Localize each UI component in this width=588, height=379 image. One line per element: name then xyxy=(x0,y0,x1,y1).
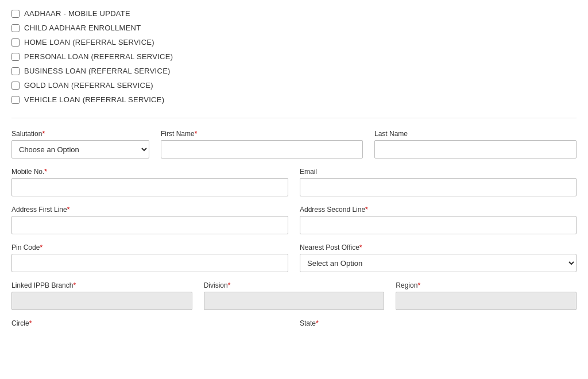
checkbox-section: AADHAAR - MOBILE UPDATECHILD AADHAAR ENR… xyxy=(11,9,577,104)
checkbox-item-gold_loan: GOLD LOAN (REFERRAL SERVICE) xyxy=(11,81,577,90)
checkbox-label-business_loan: BUSINESS LOAN (REFERRAL SERVICE) xyxy=(24,67,171,75)
checkbox-personal_loan[interactable] xyxy=(11,53,20,61)
linked-ippb-required: * xyxy=(73,281,76,289)
form-row-1: Salutation* Choose an Option Mr. Mrs. Ms… xyxy=(11,130,577,158)
checkbox-business_loan[interactable] xyxy=(11,67,20,75)
salutation-label: Salutation* xyxy=(11,130,149,138)
state-group: State* xyxy=(300,319,577,330)
nearest-post-office-select[interactable]: Select an Option xyxy=(300,254,577,272)
address-first-line-input[interactable] xyxy=(11,216,288,234)
checkbox-item-home_loan: HOME LOAN (REFERRAL SERVICE) xyxy=(11,38,577,47)
circle-group: Circle* xyxy=(11,319,288,330)
division-group: Division* xyxy=(204,281,385,310)
nearest-post-office-group: Nearest Post Office* Select an Option xyxy=(300,243,577,272)
checkbox-item-business_loan: BUSINESS LOAN (REFERRAL SERVICE) xyxy=(11,67,577,75)
linked-ippb-branch-label: Linked IPPB Branch* xyxy=(11,281,192,289)
region-required: * xyxy=(417,281,420,289)
nearest-post-office-label: Nearest Post Office* xyxy=(300,243,577,252)
email-group: Email xyxy=(300,168,577,196)
form-row-4: Pin Code* Nearest Post Office* Select an… xyxy=(11,243,577,272)
checkbox-label-vehicle_loan: VEHICLE LOAN (REFERRAL SERVICE) xyxy=(24,95,164,104)
division-required: * xyxy=(228,281,231,289)
salutation-select[interactable]: Choose an Option Mr. Mrs. Ms. Dr. Prof. xyxy=(11,140,149,158)
region-group: Region* xyxy=(396,281,577,310)
pin-code-label: Pin Code* xyxy=(11,243,288,252)
mobile-required: * xyxy=(44,168,47,176)
mobile-no-group: Mobile No.* xyxy=(11,168,288,196)
checkbox-item-aadhaar_mobile: AADHAAR - MOBILE UPDATE xyxy=(11,9,577,18)
first-name-label: First Name* xyxy=(161,130,363,138)
form-section: Salutation* Choose an Option Mr. Mrs. Ms… xyxy=(11,118,577,330)
address-first-line-group: Address First Line* xyxy=(11,206,288,234)
address-second-line-input[interactable] xyxy=(300,216,577,234)
address-second-required: * xyxy=(365,206,368,214)
checkbox-item-child_aadhaar: CHILD AADHAAR ENROLLMENT xyxy=(11,24,577,32)
mobile-no-label: Mobile No.* xyxy=(11,168,288,176)
nearest-post-office-required: * xyxy=(359,243,362,252)
division-label: Division* xyxy=(204,281,385,289)
form-row-6: Circle* State* xyxy=(11,319,577,330)
pin-code-input[interactable] xyxy=(11,254,288,272)
address-first-line-label: Address First Line* xyxy=(11,206,288,214)
checkbox-label-home_loan: HOME LOAN (REFERRAL SERVICE) xyxy=(24,38,154,47)
address-second-line-group: Address Second Line* xyxy=(300,206,577,234)
form-row-2: Mobile No.* Email xyxy=(11,168,577,196)
pin-code-required: * xyxy=(40,243,42,252)
salutation-required: * xyxy=(42,130,45,138)
last-name-label: Last Name xyxy=(374,130,577,138)
checkbox-aadhaar_mobile[interactable] xyxy=(11,10,20,18)
circle-label: Circle* xyxy=(11,319,288,327)
last-name-input[interactable] xyxy=(374,140,577,158)
circle-required: * xyxy=(29,319,32,327)
salutation-group: Salutation* Choose an Option Mr. Mrs. Ms… xyxy=(11,130,149,158)
checkbox-item-personal_loan: PERSONAL LOAN (REFERRAL SERVICE) xyxy=(11,52,577,61)
email-input[interactable] xyxy=(300,178,577,196)
last-name-group: Last Name xyxy=(374,130,577,158)
mobile-no-input[interactable] xyxy=(11,178,288,196)
checkbox-home_loan[interactable] xyxy=(11,38,20,47)
linked-ippb-branch-group: Linked IPPB Branch* xyxy=(11,281,192,310)
region-input xyxy=(396,292,577,310)
address-first-required: * xyxy=(67,206,70,214)
form-row-3: Address First Line* Address Second Line* xyxy=(11,206,577,234)
first-name-input[interactable] xyxy=(161,140,363,158)
first-name-required: * xyxy=(195,130,198,138)
checkbox-item-vehicle_loan: VEHICLE LOAN (REFERRAL SERVICE) xyxy=(11,95,577,104)
email-label: Email xyxy=(300,168,577,176)
region-label: Region* xyxy=(396,281,577,289)
state-required: * xyxy=(316,319,319,327)
division-input xyxy=(204,292,385,310)
form-row-5: Linked IPPB Branch* Division* Region* xyxy=(11,281,577,310)
linked-ippb-branch-input xyxy=(11,292,192,310)
checkbox-label-personal_loan: PERSONAL LOAN (REFERRAL SERVICE) xyxy=(24,52,173,61)
checkbox-label-child_aadhaar: CHILD AADHAAR ENROLLMENT xyxy=(24,24,141,32)
address-second-line-label: Address Second Line* xyxy=(300,206,577,214)
state-label: State* xyxy=(300,319,577,327)
first-name-group: First Name* xyxy=(161,130,363,158)
checkbox-gold_loan[interactable] xyxy=(11,82,20,90)
checkbox-label-aadhaar_mobile: AADHAAR - MOBILE UPDATE xyxy=(24,9,130,18)
checkbox-label-gold_loan: GOLD LOAN (REFERRAL SERVICE) xyxy=(24,81,153,90)
checkbox-vehicle_loan[interactable] xyxy=(11,96,20,104)
checkbox-child_aadhaar[interactable] xyxy=(11,24,20,32)
pin-code-group: Pin Code* xyxy=(11,243,288,272)
